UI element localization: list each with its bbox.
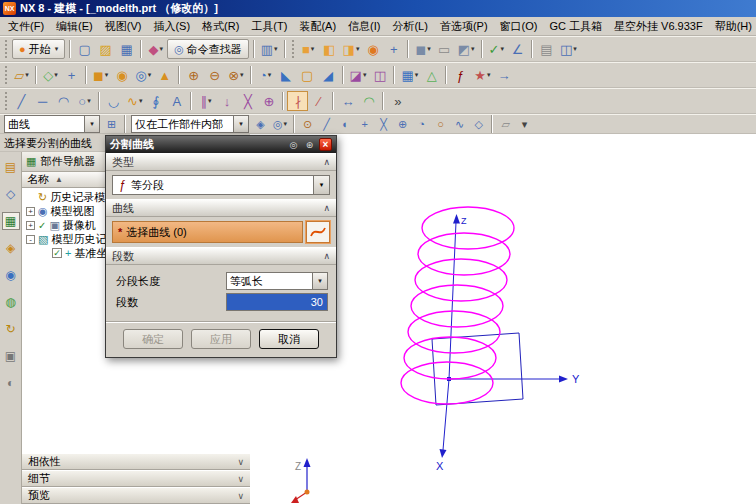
- datum-plane-icon[interactable]: ◇▾: [40, 65, 61, 85]
- selection-scope-combo-dropdown[interactable]: ▾: [233, 116, 248, 132]
- segment-count-input[interactable]: 30: [226, 293, 328, 311]
- render-style-icon-arrow[interactable]: ▾: [471, 45, 475, 53]
- dialog-close-button[interactable]: ×: [319, 138, 332, 151]
- intersection-curve-icon[interactable]: ╳: [237, 91, 258, 111]
- curve-length-icon[interactable]: ↔: [337, 91, 358, 111]
- panel-details[interactable]: 细节∨: [22, 470, 250, 487]
- system-materials-icon[interactable]: ▣: [2, 347, 20, 365]
- panel-dependencies[interactable]: 相依性∨: [22, 453, 250, 470]
- sketch-icon-arrow[interactable]: ▾: [25, 71, 29, 79]
- curve-select-button[interactable]: [306, 221, 330, 243]
- hole-icon-arrow[interactable]: ▾: [148, 71, 152, 79]
- menu-item[interactable]: 首选项(P): [434, 17, 494, 36]
- open-icon[interactable]: ▨: [95, 39, 116, 59]
- dialog-options-gear-icon[interactable]: ⊛: [303, 138, 316, 151]
- part-navigator-icon[interactable]: ▦: [2, 212, 20, 230]
- fillet-curve-icon[interactable]: ◡: [103, 91, 124, 111]
- datum-csys[interactable]: Y X Z: [436, 214, 580, 472]
- menu-item[interactable]: 插入(S): [147, 17, 196, 36]
- text-curve-icon[interactable]: A: [166, 91, 187, 111]
- show-hide-icon[interactable]: ✓▾: [486, 39, 507, 59]
- rotate-view-icon[interactable]: ◉: [362, 39, 383, 59]
- display-part-icon-arrow[interactable]: ▾: [159, 45, 163, 53]
- layer-settings-icon[interactable]: ▤: [536, 39, 557, 59]
- tree-expander[interactable]: -: [26, 235, 35, 244]
- edit-feature-icon[interactable]: ★▾: [471, 65, 493, 85]
- offset-curve-icon-arrow[interactable]: ▾: [208, 97, 212, 105]
- save-icon[interactable]: ▦: [116, 39, 137, 59]
- toolbar-grip[interactable]: [292, 40, 295, 58]
- mirror-feature-icon[interactable]: △: [421, 65, 442, 85]
- web-browser-icon[interactable]: ◍: [2, 293, 20, 311]
- offset-curve-icon[interactable]: ∥▾: [195, 91, 216, 111]
- start-button[interactable]: ●开始▾: [12, 39, 65, 59]
- start-button-arrow[interactable]: ▾: [55, 45, 59, 53]
- menu-item[interactable]: 文件(F): [2, 17, 50, 36]
- segment-length-combo[interactable]: 等弧长 ▾: [226, 272, 328, 290]
- snap-options-icon[interactable]: ▾: [515, 116, 534, 132]
- menu-item[interactable]: 窗口(O): [494, 17, 544, 36]
- point-icon[interactable]: +: [61, 65, 82, 85]
- pan-view-icon[interactable]: +: [383, 39, 404, 59]
- edit-feature-icon-arrow[interactable]: ▾: [487, 71, 491, 79]
- pattern-feature-icon[interactable]: ▦▾: [398, 65, 421, 85]
- orient-view-icon[interactable]: ■▾: [298, 39, 319, 59]
- move-object-icon[interactable]: →: [493, 65, 514, 85]
- circle-icon-arrow[interactable]: ▾: [87, 97, 91, 105]
- tree-checkbox[interactable]: ✓: [52, 248, 62, 258]
- type-filter-combo[interactable]: 曲线▾: [4, 115, 100, 133]
- bounded-plane-icon[interactable]: ▱: [496, 116, 515, 132]
- menu-item[interactable]: 分析(L): [386, 17, 433, 36]
- control-point-icon[interactable]: +: [355, 116, 374, 132]
- panel-preview[interactable]: 预览∨: [22, 487, 250, 504]
- window-icon-arrow[interactable]: ▾: [274, 45, 278, 53]
- select-curve-field[interactable]: * 选择曲线 (0): [112, 221, 303, 243]
- shaded-edges-icon-arrow[interactable]: ▾: [427, 45, 431, 53]
- show-hide-icon-arrow[interactable]: ▾: [500, 45, 504, 53]
- bridge-curve-icon[interactable]: ◠: [358, 91, 379, 111]
- apply-button[interactable]: 应用: [191, 329, 251, 349]
- filter-options-icon[interactable]: ⊞: [102, 116, 121, 132]
- intersection-snap-icon[interactable]: ╳: [374, 116, 393, 132]
- sketch-icon[interactable]: ▱▾: [11, 65, 32, 85]
- spline-icon[interactable]: ∿▾: [124, 91, 145, 111]
- cancel-button[interactable]: 取消: [259, 329, 319, 349]
- section-curve[interactable]: 曲线 ∧: [106, 199, 336, 217]
- menu-item[interactable]: 工具(T): [245, 17, 293, 36]
- ok-button[interactable]: 确定: [123, 329, 183, 349]
- section-segments[interactable]: 段数 ∧: [106, 247, 336, 265]
- line-icon[interactable]: ─: [32, 91, 53, 111]
- dialog-titlebar[interactable]: 分割曲线 ◎ ⊛ ×: [106, 136, 336, 153]
- mid-point-icon[interactable]: ◐: [336, 116, 355, 132]
- subtract-icon[interactable]: ⊖: [204, 65, 225, 85]
- assembly-navigator-icon[interactable]: ▤: [2, 158, 20, 176]
- toolbar-grip[interactable]: [5, 66, 8, 84]
- command-finder-button[interactable]: ◎命令查找器: [167, 39, 249, 59]
- expression-icon[interactable]: ƒ: [450, 65, 471, 85]
- type-filter-combo-dropdown[interactable]: ▾: [84, 116, 99, 132]
- arc-icon[interactable]: ◠: [53, 91, 74, 111]
- display-part-icon[interactable]: ◆▾: [145, 39, 166, 59]
- shaded-edges-icon[interactable]: ◼▾: [412, 39, 433, 59]
- tree-expander[interactable]: +: [26, 221, 35, 230]
- menu-item[interactable]: 星空外挂 V6.933F: [608, 17, 709, 36]
- edit-curve-icon[interactable]: ∕: [308, 91, 329, 111]
- sketch-rectangle[interactable]: [432, 333, 523, 405]
- roles-icon[interactable]: ◐: [2, 374, 20, 392]
- helix-curve[interactable]: [401, 207, 514, 404]
- edge-blend-icon[interactable]: ◔▾: [255, 65, 276, 85]
- menu-item[interactable]: 帮助(H): [709, 17, 756, 36]
- selection-scope-combo[interactable]: 仅在工作部件内部▾: [131, 115, 249, 133]
- edge-blend-icon-arrow[interactable]: ▾: [268, 71, 272, 79]
- reuse-library-icon[interactable]: ◈: [2, 239, 20, 257]
- type-combo-dropdown[interactable]: ▾: [313, 176, 329, 194]
- split-body-icon[interactable]: ◫: [369, 65, 390, 85]
- menu-item[interactable]: GC 工具箱: [543, 17, 608, 36]
- extrude-icon[interactable]: ◼▾: [90, 65, 111, 85]
- extrude-icon-arrow[interactable]: ▾: [105, 71, 109, 79]
- constraint-navigator-icon[interactable]: ◇: [2, 185, 20, 203]
- view-section-icon[interactable]: ◫▾: [557, 39, 580, 59]
- measure-icon[interactable]: ∠: [507, 39, 528, 59]
- shell-icon[interactable]: ▢: [297, 65, 318, 85]
- trim-body-icon[interactable]: ◪▾: [347, 65, 370, 85]
